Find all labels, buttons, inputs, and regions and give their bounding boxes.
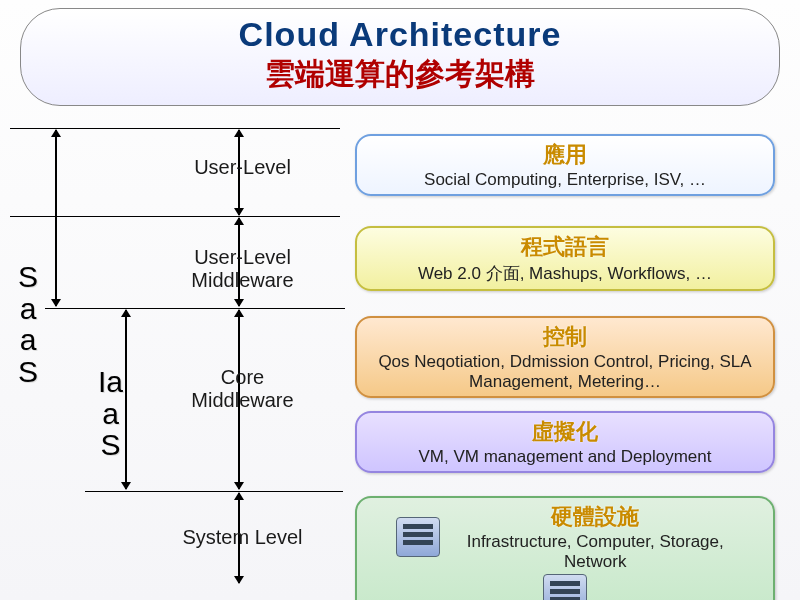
guide-line (85, 491, 343, 492)
bracket-iaas (125, 310, 127, 489)
box-sub: Infrastructure, Computer, Storage, Netwo… (450, 532, 740, 572)
box-head: 程式語言 (363, 232, 767, 262)
box-head: 虛擬化 (363, 417, 767, 447)
box-virtualization: 虛擬化 VM, VM management and Deployment (355, 411, 775, 473)
label-core-middleware: Core Middleware (155, 366, 330, 412)
title-zh: 雲端運算的參考架構 (21, 54, 779, 95)
bracket-saas (55, 130, 57, 306)
box-head: 硬體設施 (450, 502, 740, 532)
label-user-level-middleware: User-Level Middleware (155, 246, 330, 292)
title-en: Cloud Architecture (21, 15, 779, 54)
guide-line (10, 216, 340, 217)
box-sub: Social Computing, Enterprise, ISV, … (363, 170, 767, 190)
box-hardware: 硬體設施 Infrastructure, Computer, Storage, … (355, 496, 775, 600)
label-system-level: System Level (155, 526, 330, 549)
server-icon (396, 517, 440, 557)
box-sub: Web 2.0 介面, Mashups, Workflows, … (363, 262, 767, 285)
box-control: 控制 Qos Neqotiation, Ddmission Control, P… (355, 316, 775, 398)
title-bar: Cloud Architecture 雲端運算的參考架構 (20, 8, 780, 106)
box-application: 應用 Social Computing, Enterprise, ISV, … (355, 134, 775, 196)
server-icon (543, 574, 587, 600)
box-sub: VM, VM management and Deployment (363, 447, 767, 467)
guide-line (45, 308, 345, 309)
box-head: 控制 (363, 322, 767, 352)
label-saas: S a a S (18, 261, 38, 387)
box-language: 程式語言 Web 2.0 介面, Mashups, Workflows, … (355, 226, 775, 291)
box-head: 應用 (363, 140, 767, 170)
label-user-level: User-Level (155, 156, 330, 179)
box-sub: Qos Neqotiation, Ddmission Control, Pric… (363, 352, 767, 392)
label-iaas: Ia a S (98, 366, 123, 461)
